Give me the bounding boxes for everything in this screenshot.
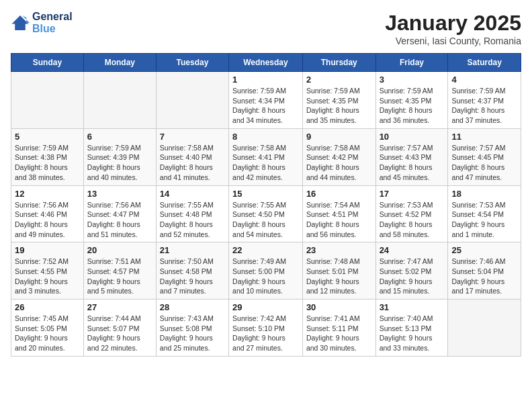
calendar-week-3: 12Sunrise: 7:56 AMSunset: 4:46 PMDayligh… [11, 185, 521, 242]
calendar-cell: 2Sunrise: 7:59 AMSunset: 4:35 PMDaylight… [302, 72, 375, 129]
calendar-cell: 22Sunrise: 7:49 AMSunset: 5:00 PMDayligh… [229, 242, 303, 300]
day-info: Sunrise: 7:56 AMSunset: 4:46 PMDaylight:… [15, 200, 80, 240]
col-header-tuesday: Tuesday [156, 54, 228, 72]
location-subtitle: Verseni, Iasi County, Romania [385, 36, 521, 46]
day-info: Sunrise: 7:54 AMSunset: 4:51 PMDaylight:… [306, 200, 372, 240]
day-number: 9 [306, 132, 372, 142]
calendar-cell: 24Sunrise: 7:47 AMSunset: 5:02 PMDayligh… [375, 242, 448, 300]
day-number: 3 [380, 75, 445, 85]
day-number: 15 [232, 189, 299, 199]
calendar-cell: 19Sunrise: 7:52 AMSunset: 4:55 PMDayligh… [11, 242, 84, 300]
day-number: 7 [160, 132, 225, 142]
calendar-cell: 12Sunrise: 7:56 AMSunset: 4:46 PMDayligh… [11, 185, 84, 242]
calendar-cell: 23Sunrise: 7:48 AMSunset: 5:01 PMDayligh… [302, 242, 375, 300]
calendar-cell: 7Sunrise: 7:58 AMSunset: 4:40 PMDaylight… [156, 128, 228, 185]
day-number: 1 [232, 75, 299, 85]
calendar-cell: 3Sunrise: 7:59 AMSunset: 4:35 PMDaylight… [375, 72, 448, 129]
day-info: Sunrise: 7:55 AMSunset: 4:50 PMDaylight:… [232, 200, 299, 240]
day-number: 4 [451, 75, 517, 85]
calendar-cell: 25Sunrise: 7:46 AMSunset: 5:04 PMDayligh… [448, 242, 521, 300]
day-info: Sunrise: 7:40 AMSunset: 5:13 PMDaylight:… [380, 314, 445, 353]
day-info: Sunrise: 7:43 AMSunset: 5:08 PMDaylight:… [160, 314, 225, 353]
calendar-cell: 21Sunrise: 7:50 AMSunset: 4:58 PMDayligh… [156, 242, 228, 300]
day-number: 17 [380, 189, 445, 199]
day-info: Sunrise: 7:57 AMSunset: 4:45 PMDaylight:… [451, 143, 517, 183]
day-number: 29 [232, 302, 299, 312]
day-info: Sunrise: 7:44 AMSunset: 5:07 PMDaylight:… [87, 314, 152, 353]
day-number: 2 [306, 75, 372, 85]
day-info: Sunrise: 7:58 AMSunset: 4:41 PMDaylight:… [232, 143, 299, 183]
calendar-cell: 9Sunrise: 7:58 AMSunset: 4:42 PMDaylight… [302, 128, 375, 185]
calendar-cell: 11Sunrise: 7:57 AMSunset: 4:45 PMDayligh… [448, 128, 521, 185]
calendar-cell: 8Sunrise: 7:58 AMSunset: 4:41 PMDaylight… [229, 128, 303, 185]
calendar-week-4: 19Sunrise: 7:52 AMSunset: 4:55 PMDayligh… [11, 242, 521, 300]
day-number: 5 [15, 132, 80, 142]
logo-icon [11, 13, 30, 32]
calendar-cell: 27Sunrise: 7:44 AMSunset: 5:07 PMDayligh… [83, 300, 156, 357]
calendar-cell: 31Sunrise: 7:40 AMSunset: 5:13 PMDayligh… [375, 300, 448, 357]
calendar-table: SundayMondayTuesdayWednesdayThursdayFrid… [11, 53, 521, 357]
day-number: 18 [451, 189, 517, 199]
day-number: 24 [380, 245, 445, 255]
day-info: Sunrise: 7:50 AMSunset: 4:58 PMDaylight:… [160, 257, 225, 296]
col-header-thursday: Thursday [302, 54, 375, 72]
calendar-cell: 18Sunrise: 7:53 AMSunset: 4:54 PMDayligh… [448, 185, 521, 242]
day-info: Sunrise: 7:53 AMSunset: 4:52 PMDaylight:… [380, 200, 445, 240]
calendar-cell: 1Sunrise: 7:59 AMSunset: 4:34 PMDaylight… [229, 72, 303, 129]
day-number: 16 [306, 189, 372, 199]
day-info: Sunrise: 7:51 AMSunset: 4:57 PMDaylight:… [87, 257, 152, 296]
day-number: 23 [306, 245, 372, 255]
calendar-cell [11, 72, 84, 129]
calendar-cell [156, 72, 228, 129]
day-info: Sunrise: 7:59 AMSunset: 4:39 PMDaylight:… [87, 143, 152, 183]
calendar-cell: 28Sunrise: 7:43 AMSunset: 5:08 PMDayligh… [156, 300, 228, 357]
day-number: 19 [15, 245, 80, 255]
day-info: Sunrise: 7:56 AMSunset: 4:47 PMDaylight:… [87, 200, 152, 240]
day-number: 28 [160, 302, 225, 312]
day-number: 21 [160, 245, 225, 255]
day-number: 6 [87, 132, 152, 142]
page-header: General Blue January 2025 Verseni, Iasi … [11, 11, 521, 46]
day-number: 30 [306, 302, 372, 312]
calendar-cell: 15Sunrise: 7:55 AMSunset: 4:50 PMDayligh… [229, 185, 303, 242]
calendar-cell: 20Sunrise: 7:51 AMSunset: 4:57 PMDayligh… [83, 242, 156, 300]
calendar-week-5: 26Sunrise: 7:45 AMSunset: 5:05 PMDayligh… [11, 300, 521, 357]
calendar-cell: 17Sunrise: 7:53 AMSunset: 4:52 PMDayligh… [375, 185, 448, 242]
day-number: 13 [87, 189, 152, 199]
day-info: Sunrise: 7:52 AMSunset: 4:55 PMDaylight:… [15, 257, 80, 296]
day-info: Sunrise: 7:47 AMSunset: 5:02 PMDaylight:… [380, 257, 445, 296]
day-number: 26 [15, 302, 80, 312]
calendar-cell: 14Sunrise: 7:55 AMSunset: 4:48 PMDayligh… [156, 185, 228, 242]
day-info: Sunrise: 7:46 AMSunset: 5:04 PMDaylight:… [451, 257, 517, 296]
col-header-saturday: Saturday [448, 54, 521, 72]
col-header-sunday: Sunday [11, 54, 84, 72]
calendar-cell: 6Sunrise: 7:59 AMSunset: 4:39 PMDaylight… [83, 128, 156, 185]
calendar-header-row: SundayMondayTuesdayWednesdayThursdayFrid… [11, 54, 521, 72]
day-info: Sunrise: 7:59 AMSunset: 4:34 PMDaylight:… [232, 86, 299, 126]
col-header-wednesday: Wednesday [229, 54, 303, 72]
day-info: Sunrise: 7:57 AMSunset: 4:43 PMDaylight:… [380, 143, 445, 183]
day-number: 8 [232, 132, 299, 142]
day-info: Sunrise: 7:55 AMSunset: 4:48 PMDaylight:… [160, 200, 225, 240]
day-number: 12 [15, 189, 80, 199]
day-number: 22 [232, 245, 299, 255]
calendar-week-2: 5Sunrise: 7:59 AMSunset: 4:38 PMDaylight… [11, 128, 521, 185]
calendar-cell [83, 72, 156, 129]
day-number: 20 [87, 245, 152, 255]
day-info: Sunrise: 7:45 AMSunset: 5:05 PMDaylight:… [15, 314, 80, 353]
calendar-cell: 16Sunrise: 7:54 AMSunset: 4:51 PMDayligh… [302, 185, 375, 242]
month-title: January 2025 [385, 11, 521, 36]
day-info: Sunrise: 7:53 AMSunset: 4:54 PMDaylight:… [451, 200, 517, 240]
day-number: 25 [451, 245, 517, 255]
day-info: Sunrise: 7:58 AMSunset: 4:40 PMDaylight:… [160, 143, 225, 183]
day-info: Sunrise: 7:49 AMSunset: 5:00 PMDaylight:… [232, 257, 299, 296]
day-info: Sunrise: 7:58 AMSunset: 4:42 PMDaylight:… [306, 143, 372, 183]
day-info: Sunrise: 7:59 AMSunset: 4:35 PMDaylight:… [306, 86, 372, 126]
day-number: 27 [87, 302, 152, 312]
day-number: 11 [451, 132, 517, 142]
calendar-cell [448, 300, 521, 357]
day-number: 31 [380, 302, 445, 312]
col-header-friday: Friday [375, 54, 448, 72]
day-info: Sunrise: 7:48 AMSunset: 5:01 PMDaylight:… [306, 257, 372, 296]
logo-text: General Blue [32, 11, 73, 35]
